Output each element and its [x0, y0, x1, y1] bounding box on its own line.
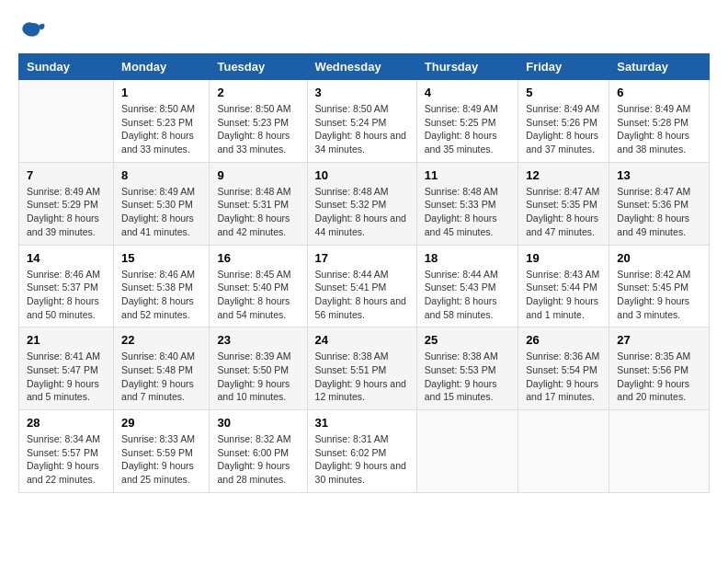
calendar-cell: 7 Sunrise: 8:49 AMSunset: 5:29 PMDayligh…: [19, 162, 114, 245]
day-number: 27: [617, 333, 701, 347]
day-info: Sunrise: 8:50 AMSunset: 5:23 PMDaylight:…: [217, 102, 299, 156]
day-info: Sunrise: 8:44 AMSunset: 5:43 PMDaylight:…: [425, 268, 510, 322]
day-number: 5: [526, 86, 601, 99]
calendar-cell: 22 Sunrise: 8:40 AMSunset: 5:48 PMDaylig…: [114, 327, 210, 410]
day-number: 12: [526, 168, 601, 182]
calendar-cell: 1 Sunrise: 8:50 AMSunset: 5:23 PMDayligh…: [114, 80, 210, 163]
calendar-cell: 3 Sunrise: 8:50 AMSunset: 5:24 PMDayligh…: [307, 80, 416, 163]
weekday-header-wednesday: Wednesday: [307, 54, 416, 80]
day-info: Sunrise: 8:42 AMSunset: 5:45 PMDaylight:…: [617, 268, 701, 322]
day-number: 1: [121, 86, 201, 99]
week-row-5: 28 Sunrise: 8:34 AMSunset: 5:57 PMDaylig…: [19, 410, 710, 493]
day-number: 23: [217, 333, 299, 347]
day-info: Sunrise: 8:50 AMSunset: 5:24 PMDaylight:…: [315, 102, 409, 156]
day-info: Sunrise: 8:44 AMSunset: 5:41 PMDaylight:…: [315, 268, 409, 322]
calendar-cell: 24 Sunrise: 8:38 AMSunset: 5:51 PMDaylig…: [307, 327, 416, 410]
calendar-cell: 17 Sunrise: 8:44 AMSunset: 5:41 PMDaylig…: [307, 245, 416, 327]
day-number: 25: [425, 333, 510, 347]
day-number: 16: [217, 251, 299, 265]
day-number: 29: [121, 416, 201, 430]
day-info: Sunrise: 8:33 AMSunset: 5:59 PMDaylight:…: [121, 432, 201, 487]
calendar-cell: 12 Sunrise: 8:47 AMSunset: 5:35 PMDaylig…: [518, 162, 609, 245]
day-number: 4: [425, 86, 510, 99]
calendar-cell: 28 Sunrise: 8:34 AMSunset: 5:57 PMDaylig…: [19, 410, 114, 493]
calendar-cell: 4 Sunrise: 8:49 AMSunset: 5:25 PMDayligh…: [416, 80, 518, 163]
day-info: Sunrise: 8:49 AMSunset: 5:30 PMDaylight:…: [121, 185, 201, 239]
calendar-cell: 8 Sunrise: 8:49 AMSunset: 5:30 PMDayligh…: [114, 162, 210, 245]
calendar-cell: [19, 80, 114, 163]
day-number: 18: [425, 251, 510, 265]
day-number: 21: [27, 333, 106, 347]
day-number: 11: [425, 168, 510, 182]
day-info: Sunrise: 8:39 AMSunset: 5:50 PMDaylight:…: [217, 350, 299, 404]
day-info: Sunrise: 8:41 AMSunset: 5:47 PMDaylight:…: [27, 350, 106, 404]
day-number: 17: [315, 251, 409, 265]
calendar-cell: 30 Sunrise: 8:32 AMSunset: 6:00 PMDaylig…: [210, 410, 307, 493]
day-number: 26: [526, 333, 601, 347]
day-number: 20: [617, 251, 701, 265]
calendar-cell: [416, 410, 518, 493]
day-number: 14: [27, 251, 106, 265]
calendar-cell: 31 Sunrise: 8:31 AMSunset: 6:02 PMDaylig…: [307, 410, 416, 493]
week-row-3: 14 Sunrise: 8:46 AMSunset: 5:37 PMDaylig…: [19, 245, 710, 327]
week-row-4: 21 Sunrise: 8:41 AMSunset: 5:47 PMDaylig…: [19, 327, 710, 410]
day-info: Sunrise: 8:48 AMSunset: 5:33 PMDaylight:…: [425, 185, 510, 239]
weekday-header-tuesday: Tuesday: [210, 54, 307, 80]
day-info: Sunrise: 8:34 AMSunset: 5:57 PMDaylight:…: [27, 432, 106, 487]
day-info: Sunrise: 8:48 AMSunset: 5:31 PMDaylight:…: [217, 185, 299, 239]
logo-icon: [18, 18, 46, 44]
calendar-cell: 15 Sunrise: 8:46 AMSunset: 5:38 PMDaylig…: [114, 245, 210, 327]
day-info: Sunrise: 8:46 AMSunset: 5:37 PMDaylight:…: [27, 268, 106, 322]
calendar-cell: 5 Sunrise: 8:49 AMSunset: 5:26 PMDayligh…: [518, 80, 609, 163]
day-number: 24: [315, 333, 409, 347]
weekday-header-saturday: Saturday: [609, 54, 710, 80]
day-number: 28: [27, 416, 106, 430]
day-number: 8: [121, 168, 201, 182]
day-info: Sunrise: 8:36 AMSunset: 5:54 PMDaylight:…: [526, 350, 601, 404]
calendar-cell: 14 Sunrise: 8:46 AMSunset: 5:37 PMDaylig…: [19, 245, 114, 327]
calendar-cell: 2 Sunrise: 8:50 AMSunset: 5:23 PMDayligh…: [210, 80, 307, 163]
weekday-header-sunday: Sunday: [19, 54, 114, 80]
day-info: Sunrise: 8:32 AMSunset: 6:00 PMDaylight:…: [217, 432, 299, 487]
day-number: 30: [217, 416, 299, 430]
day-number: 9: [217, 168, 299, 182]
calendar-cell: 19 Sunrise: 8:43 AMSunset: 5:44 PMDaylig…: [518, 245, 609, 327]
calendar-cell: 6 Sunrise: 8:49 AMSunset: 5:28 PMDayligh…: [609, 80, 710, 163]
weekday-header-row: SundayMondayTuesdayWednesdayThursdayFrid…: [19, 54, 710, 80]
day-number: 3: [315, 86, 409, 99]
day-info: Sunrise: 8:43 AMSunset: 5:44 PMDaylight:…: [526, 268, 601, 322]
calendar-cell: 18 Sunrise: 8:44 AMSunset: 5:43 PMDaylig…: [416, 245, 518, 327]
calendar-cell: 13 Sunrise: 8:47 AMSunset: 5:36 PMDaylig…: [609, 162, 710, 245]
day-info: Sunrise: 8:47 AMSunset: 5:35 PMDaylight:…: [526, 185, 601, 239]
day-info: Sunrise: 8:50 AMSunset: 5:23 PMDaylight:…: [121, 102, 201, 156]
day-number: 7: [27, 168, 106, 182]
day-info: Sunrise: 8:35 AMSunset: 5:56 PMDaylight:…: [617, 350, 701, 404]
day-info: Sunrise: 8:40 AMSunset: 5:48 PMDaylight:…: [121, 350, 201, 404]
calendar-cell: 16 Sunrise: 8:45 AMSunset: 5:40 PMDaylig…: [210, 245, 307, 327]
day-number: 2: [217, 86, 299, 99]
day-number: 10: [315, 168, 409, 182]
day-info: Sunrise: 8:49 AMSunset: 5:25 PMDaylight:…: [425, 102, 510, 156]
calendar-cell: 29 Sunrise: 8:33 AMSunset: 5:59 PMDaylig…: [114, 410, 210, 493]
day-info: Sunrise: 8:45 AMSunset: 5:40 PMDaylight:…: [217, 268, 299, 322]
day-number: 13: [617, 168, 701, 182]
day-info: Sunrise: 8:49 AMSunset: 5:29 PMDaylight:…: [27, 185, 106, 239]
day-info: Sunrise: 8:31 AMSunset: 6:02 PMDaylight:…: [315, 432, 409, 487]
calendar-cell: 10 Sunrise: 8:48 AMSunset: 5:32 PMDaylig…: [307, 162, 416, 245]
calendar-cell: 11 Sunrise: 8:48 AMSunset: 5:33 PMDaylig…: [416, 162, 518, 245]
day-number: 6: [617, 86, 701, 99]
day-info: Sunrise: 8:47 AMSunset: 5:36 PMDaylight:…: [617, 185, 701, 239]
day-number: 19: [526, 251, 601, 265]
calendar-cell: [609, 410, 710, 493]
calendar-cell: 9 Sunrise: 8:48 AMSunset: 5:31 PMDayligh…: [210, 162, 307, 245]
day-number: 15: [121, 251, 201, 265]
day-info: Sunrise: 8:49 AMSunset: 5:28 PMDaylight:…: [617, 102, 701, 156]
day-info: Sunrise: 8:38 AMSunset: 5:53 PMDaylight:…: [425, 350, 510, 404]
weekday-header-friday: Friday: [518, 54, 609, 80]
day-number: 31: [315, 416, 409, 430]
calendar-cell: 21 Sunrise: 8:41 AMSunset: 5:47 PMDaylig…: [19, 327, 114, 410]
calendar-cell: 27 Sunrise: 8:35 AMSunset: 5:56 PMDaylig…: [609, 327, 710, 410]
logo: [18, 18, 50, 44]
calendar-table: SundayMondayTuesdayWednesdayThursdayFrid…: [18, 53, 710, 493]
week-row-2: 7 Sunrise: 8:49 AMSunset: 5:29 PMDayligh…: [19, 162, 710, 245]
